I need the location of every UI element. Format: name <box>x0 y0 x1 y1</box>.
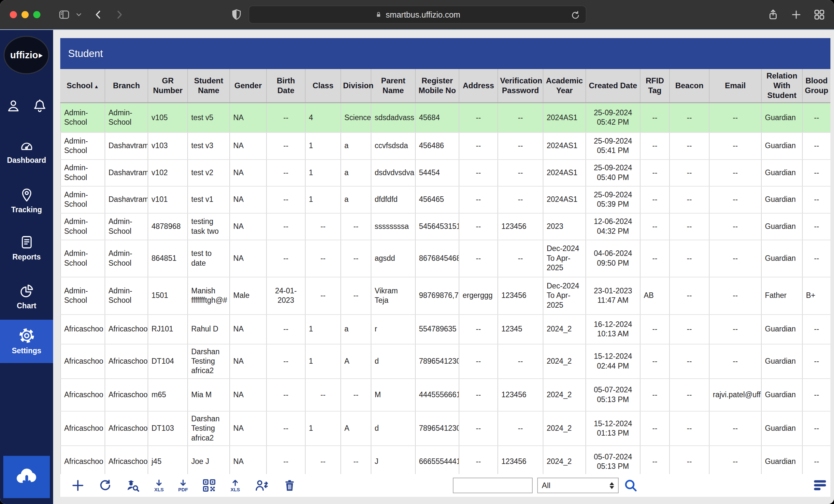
cell: -- <box>498 103 543 133</box>
cell: -- <box>640 186 670 213</box>
cell: 2024_2 <box>543 379 586 411</box>
table-row[interactable]: AfricaschooAfricaschoom65Mia MNA------M4… <box>61 379 830 411</box>
minimize-window-button[interactable] <box>22 11 29 18</box>
column-header[interactable]: Academic Year <box>543 69 586 103</box>
column-header[interactable]: GR Number <box>148 69 188 103</box>
column-header[interactable]: Branch <box>105 69 148 103</box>
forward-button[interactable] <box>113 8 125 21</box>
table-row[interactable]: Admin-SchoolDashavtramv102test v2NA--1ad… <box>61 160 830 186</box>
cell: -- <box>803 446 830 474</box>
table-row[interactable]: AfricaschooAfricaschooDT103Darshan Testi… <box>61 411 830 446</box>
address-bar[interactable]: smartbus.uffizio.com <box>248 5 586 24</box>
tab-overview-icon[interactable] <box>813 8 826 21</box>
student-table: School▲BranchGR NumberStudent NameGender… <box>60 69 830 474</box>
sidebar-item-settings[interactable]: Settings <box>0 320 53 363</box>
search-input[interactable] <box>453 478 533 493</box>
column-header[interactable]: Gender <box>230 69 266 103</box>
cell: -- <box>670 344 709 379</box>
zoom-window-button[interactable] <box>33 11 40 18</box>
xls-upload-button[interactable]: XLS <box>230 479 241 492</box>
cell: -- <box>803 213 830 240</box>
cell: -- <box>305 446 341 474</box>
column-header[interactable]: Verification Password <box>498 69 543 103</box>
column-header[interactable]: Email <box>709 69 761 103</box>
sidebar-toggle-icon[interactable] <box>57 9 71 21</box>
chevron-down-icon[interactable] <box>75 11 83 19</box>
column-header[interactable]: Parent Name <box>371 69 415 103</box>
cell: -- <box>266 103 305 133</box>
dashboard-icon <box>18 139 35 153</box>
search-button[interactable] <box>623 478 638 493</box>
cell: NA <box>230 160 266 186</box>
new-tab-icon[interactable] <box>790 9 802 21</box>
student-search-button[interactable] <box>126 478 140 493</box>
table-row[interactable]: Admin-SchoolDashavtramv103test v3NA--1ac… <box>61 133 830 160</box>
column-header[interactable]: Address <box>459 69 498 103</box>
table-row[interactable]: Admin-SchoolAdmin-School864851test to da… <box>61 240 830 277</box>
logo-arrow-icon <box>39 53 43 58</box>
table-row[interactable]: AfricaschooAfricaschooDT104Darshan Testi… <box>61 344 830 379</box>
sort-asc-icon: ▲ <box>94 84 99 89</box>
chart-icon <box>19 283 35 299</box>
cell: -- <box>670 186 709 213</box>
column-header[interactable]: Division <box>341 69 371 103</box>
cell: rajvi.patel@uff <box>709 379 761 411</box>
column-header[interactable]: Class <box>305 69 341 103</box>
cell: Africaschoo <box>105 379 148 411</box>
table-row[interactable]: Admin-SchoolAdmin-Schoolv105test v5NA--4… <box>61 103 830 133</box>
table-row[interactable]: Admin-SchoolAdmin-School1501Manish fffff… <box>61 277 830 315</box>
share-icon[interactable] <box>767 8 779 22</box>
back-button[interactable] <box>92 8 104 21</box>
cell: Admin-School <box>61 240 105 277</box>
xls-download-button[interactable]: XLS <box>153 479 164 492</box>
sidebar-item-dashboard[interactable]: Dashboard <box>0 139 53 165</box>
column-header[interactable]: School▲ <box>61 69 105 103</box>
search-column-select[interactable]: All <box>537 478 619 493</box>
column-header[interactable]: Blood Group <box>803 69 830 103</box>
table-row[interactable]: AfricaschooAfricaschooRJ101Rahul DNA--1a… <box>61 315 830 344</box>
cell: 54454 <box>415 160 459 186</box>
column-header[interactable]: Created Date <box>586 69 640 103</box>
add-button[interactable] <box>71 478 85 492</box>
cloud-download-button[interactable] <box>3 456 50 498</box>
pdf-download-button[interactable]: PDF <box>178 479 189 492</box>
cell: -- <box>459 213 498 240</box>
cell: -- <box>709 315 761 344</box>
table-search-area: All <box>453 478 638 493</box>
cell: -- <box>341 446 371 474</box>
cell: 15-12-2024 02:44 PM <box>586 344 640 379</box>
qr-code-button[interactable] <box>202 478 217 493</box>
cell: Admin-School <box>61 186 105 213</box>
table-row[interactable]: Admin-SchoolDashavtramv101test v1NA--1ad… <box>61 186 830 213</box>
cell: -- <box>640 411 670 446</box>
column-header[interactable]: Student Name <box>188 69 230 103</box>
cell: d <box>371 411 415 446</box>
column-header[interactable]: Register Mobile No <box>415 69 459 103</box>
column-header[interactable]: Relation With Student <box>761 69 803 103</box>
refresh-button[interactable] <box>98 478 112 492</box>
close-window-button[interactable] <box>10 11 17 18</box>
cell: dsdvdvsdva <box>371 160 415 186</box>
privacy-shield-icon[interactable] <box>230 7 243 22</box>
cell: -- <box>498 344 543 379</box>
notifications-bell-icon[interactable] <box>32 98 47 113</box>
sidebar-item-tracking[interactable]: Tracking <box>0 187 53 214</box>
table-row[interactable]: AfricaschooAfricaschooj45Joe JNA------J6… <box>61 446 830 474</box>
table-row[interactable]: Admin-SchoolAdmin-School4878968testing t… <box>61 213 830 240</box>
column-header[interactable]: Beacon <box>670 69 709 103</box>
column-header[interactable]: RFID Tag <box>640 69 670 103</box>
table-menu-icon[interactable] <box>813 479 827 492</box>
reload-icon[interactable] <box>570 9 581 22</box>
sidebar-item-chart[interactable]: Chart <box>0 283 53 310</box>
column-header[interactable]: Birth Date <box>266 69 305 103</box>
sidebar-item-reports[interactable]: Reports <box>0 234 53 261</box>
cell: -- <box>803 315 830 344</box>
student-table-container[interactable]: School▲BranchGR NumberStudent NameGender… <box>60 69 830 474</box>
delete-button[interactable] <box>282 478 297 493</box>
cell: v105 <box>148 103 188 133</box>
cell: Manish ffffffftgh@# <box>188 277 230 315</box>
cell: 98769876,7 <box>415 277 459 315</box>
student-transfer-button[interactable] <box>254 478 269 493</box>
cell: -- <box>670 103 709 133</box>
user-icon[interactable] <box>6 98 21 113</box>
